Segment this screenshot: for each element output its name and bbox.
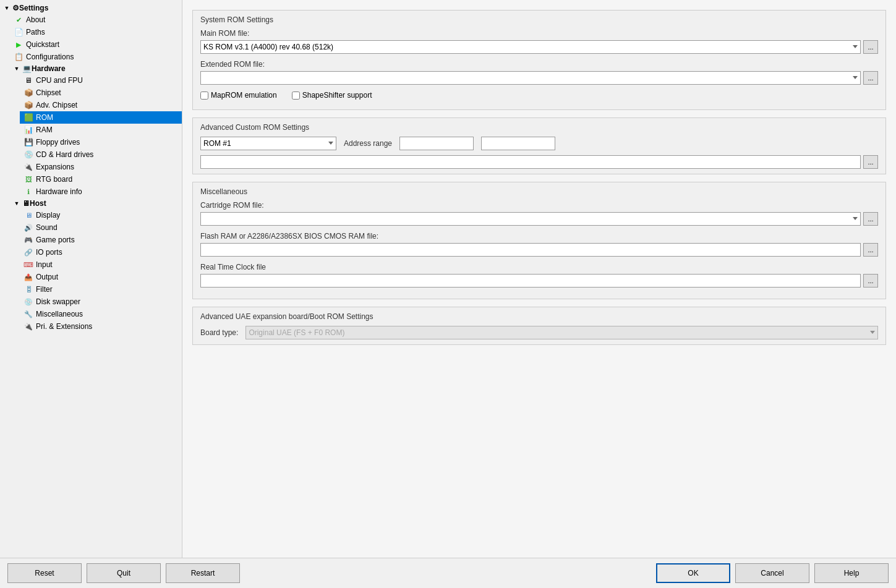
sidebar-item-filter[interactable]: 🎛 Filter bbox=[20, 283, 182, 296]
sidebar-item-output[interactable]: 📤 Output bbox=[20, 271, 182, 283]
sidebar-item-floppy[interactable]: 💾 Floppy drives bbox=[20, 136, 182, 148]
maprom-checkbox-item: MapROM emulation bbox=[200, 91, 277, 100]
cancel-button[interactable]: Cancel bbox=[735, 563, 809, 583]
advanced-uae-title: Advanced UAE expansion board/Boot ROM Se… bbox=[200, 312, 878, 321]
display-icon: 🖥 bbox=[23, 210, 33, 220]
cartridge-rom-select[interactable] bbox=[200, 212, 861, 226]
ram-label: RAM bbox=[36, 126, 53, 134]
rtc-browse-button[interactable]: ... bbox=[863, 274, 878, 288]
adv-chipset-icon: 📦 bbox=[23, 100, 33, 110]
extended-rom-browse-button[interactable]: ... bbox=[863, 71, 878, 85]
rtg-icon: 🖼 bbox=[23, 174, 33, 184]
help-button[interactable]: Help bbox=[814, 563, 889, 583]
main-rom-row: KS ROM v3.1 (A4000) rev 40.68 (512k) ... bbox=[200, 40, 878, 54]
address-range-end[interactable] bbox=[481, 137, 555, 150]
advanced-uae-section: Advanced UAE expansion board/Boot ROM Se… bbox=[192, 307, 886, 345]
cartridge-rom-browse-button[interactable]: ... bbox=[863, 212, 878, 226]
cpu-icon: 🖥 bbox=[23, 75, 33, 85]
pri-extensions-icon: 🔌 bbox=[23, 322, 33, 331]
sidebar-item-quickstart[interactable]: ▶ Quickstart bbox=[10, 38, 182, 51]
reset-button[interactable]: Reset bbox=[7, 563, 82, 583]
extended-rom-select[interactable] bbox=[200, 71, 861, 85]
io-ports-label: IO ports bbox=[36, 248, 62, 257]
sidebar-item-pri-extensions[interactable]: 🔌 Pri. & Extensions bbox=[20, 320, 182, 333]
expand-icon: ▼ bbox=[2, 4, 11, 12]
content-panel: System ROM Settings Main ROM file: KS RO… bbox=[182, 0, 896, 558]
custom-rom-row: ROM #1 Address range bbox=[200, 137, 878, 150]
custom-rom-file-input[interactable] bbox=[200, 155, 861, 169]
main-rom-browse-button[interactable]: ... bbox=[863, 40, 878, 54]
game-ports-label: Game ports bbox=[36, 236, 75, 244]
miscellaneous-label: Miscellaneous bbox=[36, 310, 83, 318]
custom-rom-browse-button[interactable]: ... bbox=[863, 155, 878, 169]
sidebar-item-rtg[interactable]: 🖼 RTG board bbox=[20, 173, 182, 185]
sidebar-item-cd-hd[interactable]: 💿 CD & Hard drives bbox=[20, 148, 182, 161]
custom-rom-file-row: ... bbox=[200, 155, 878, 169]
extended-rom-label: Extended ROM file: bbox=[200, 60, 878, 69]
ram-icon: 📊 bbox=[23, 125, 33, 135]
bottom-bar: Reset Quit Restart OK Cancel Help bbox=[0, 558, 896, 588]
sidebar-item-expansions[interactable]: 🔌 Expansions bbox=[20, 161, 182, 173]
sidebar-hardware-header[interactable]: ▼ 💻 Hardware bbox=[10, 63, 182, 74]
sidebar-item-miscellaneous[interactable]: 🔧 Miscellaneous bbox=[20, 308, 182, 320]
miscellaneous-title: Miscellaneous bbox=[200, 187, 878, 196]
cd-hd-icon: 💿 bbox=[23, 150, 33, 160]
paths-label: Paths bbox=[26, 28, 45, 36]
sidebar-item-io-ports[interactable]: 🔗 IO ports bbox=[20, 246, 182, 258]
rtc-input[interactable] bbox=[200, 274, 861, 288]
configurations-icon: 📋 bbox=[14, 52, 23, 62]
main-rom-label: Main ROM file: bbox=[200, 29, 878, 38]
shapeshifter-checkbox[interactable] bbox=[292, 92, 300, 100]
address-range-label: Address range bbox=[344, 139, 392, 148]
rom-number-select[interactable]: ROM #1 bbox=[200, 137, 336, 150]
main-rom-select[interactable]: KS ROM v3.1 (A4000) rev 40.68 (512k) bbox=[200, 40, 861, 54]
output-label: Output bbox=[36, 273, 58, 281]
adv-chipset-label: Adv. Chipset bbox=[36, 101, 77, 109]
filter-icon: 🎛 bbox=[23, 284, 33, 294]
sidebar-item-sound[interactable]: 🔊 Sound bbox=[20, 221, 182, 234]
sidebar-item-disk-swapper[interactable]: 💿 Disk swapper bbox=[20, 296, 182, 308]
about-label: About bbox=[26, 15, 45, 24]
host-label: Host bbox=[30, 199, 46, 208]
input-label: Input bbox=[36, 260, 53, 269]
cpu-fpu-label: CPU and FPU bbox=[36, 76, 83, 85]
shapeshifter-label: ShapeShifter support bbox=[302, 91, 372, 100]
sidebar-item-hardware-info[interactable]: ℹ Hardware info bbox=[20, 185, 182, 198]
quickstart-icon: ▶ bbox=[14, 40, 23, 49]
maprom-label: MapROM emulation bbox=[211, 91, 277, 100]
chipset-label: Chipset bbox=[36, 88, 61, 97]
sidebar-item-chipset[interactable]: 📦 Chipset bbox=[20, 87, 182, 99]
sidebar-host-header[interactable]: ▼ 🖥 Host bbox=[10, 198, 182, 209]
system-rom-section: System ROM Settings Main ROM file: KS RO… bbox=[192, 10, 886, 110]
floppy-icon: 💾 bbox=[23, 137, 33, 147]
flash-ram-input[interactable] bbox=[200, 243, 861, 257]
host-expand-icon: ▼ bbox=[12, 199, 21, 208]
address-range-start[interactable] bbox=[399, 137, 474, 150]
sidebar-item-game-ports[interactable]: 🎮 Game ports bbox=[20, 234, 182, 246]
sidebar-item-rom[interactable]: 🟩 ROM bbox=[20, 111, 182, 124]
rtg-label: RTG board bbox=[36, 175, 72, 184]
disk-swapper-icon: 💿 bbox=[23, 297, 33, 307]
restart-button[interactable]: Restart bbox=[166, 563, 240, 583]
sidebar-item-adv-chipset[interactable]: 📦 Adv. Chipset bbox=[20, 99, 182, 111]
io-ports-icon: 🔗 bbox=[23, 247, 33, 257]
sidebar-item-about[interactable]: ✔ About bbox=[10, 14, 182, 26]
sidebar-root-settings[interactable]: ▼ ⚙ Settings bbox=[0, 2, 182, 14]
flash-ram-browse-button[interactable]: ... bbox=[863, 243, 878, 257]
quickstart-label: Quickstart bbox=[26, 40, 59, 49]
maprom-checkbox[interactable] bbox=[200, 92, 208, 100]
sidebar-item-ram[interactable]: 📊 RAM bbox=[20, 124, 182, 136]
sidebar-item-cpu-fpu[interactable]: 🖥 CPU and FPU bbox=[20, 74, 182, 87]
sidebar-item-configurations[interactable]: 📋 Configurations bbox=[10, 51, 182, 63]
board-type-select[interactable]: Original UAE (FS + F0 ROM) bbox=[245, 326, 878, 339]
quit-button[interactable]: Quit bbox=[87, 563, 161, 583]
settings-label: Settings bbox=[19, 4, 48, 12]
ok-button[interactable]: OK bbox=[656, 563, 730, 583]
sidebar-item-display[interactable]: 🖥 Display bbox=[20, 209, 182, 221]
sidebar: ▼ ⚙ Settings ✔ About 📄 Paths ▶ Quickstar… bbox=[0, 0, 182, 558]
board-type-row: Board type: Original UAE (FS + F0 ROM) bbox=[200, 326, 878, 339]
flash-ram-row: ... bbox=[200, 243, 878, 257]
sidebar-item-input[interactable]: ⌨ Input bbox=[20, 258, 182, 271]
expansions-icon: 🔌 bbox=[23, 162, 33, 172]
sidebar-item-paths[interactable]: 📄 Paths bbox=[10, 26, 182, 38]
